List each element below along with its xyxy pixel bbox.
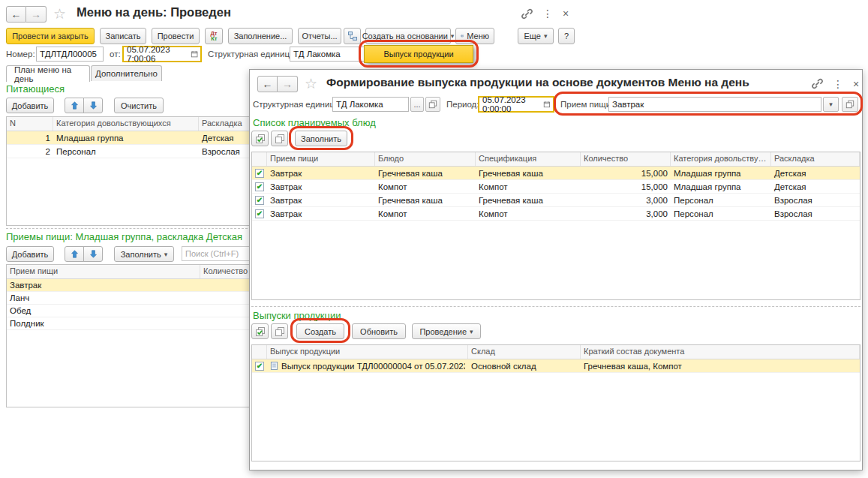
save-button[interactable]: Записать: [100, 28, 146, 44]
col-output-doc[interactable]: Выпуск продукции: [267, 345, 468, 359]
back-button[interactable]: ←: [6, 6, 26, 23]
more-actions-button[interactable]: Еще ▾: [518, 28, 554, 44]
meal-field[interactable]: Завтрак: [608, 97, 821, 112]
col-category[interactable]: Категория довольствующихся: [53, 117, 199, 131]
cell-spec: Гречневая каша: [476, 196, 581, 205]
col-qty[interactable]: Количество: [581, 152, 671, 166]
number-field[interactable]: ТДЛТДЛ00005: [36, 47, 104, 62]
check-all-button[interactable]: [251, 323, 269, 339]
table-row[interactable]: ✔ Завтрак Гречневая каша Гречневая каша …: [252, 167, 860, 180]
period-field-group[interactable]: 05.07.2023 0:00:00: [478, 96, 554, 113]
cell-output-doc[interactable]: Выпуск продукции ТДЛ00000004 от 05.07.20…: [281, 362, 465, 371]
unit-open-button[interactable]: [425, 97, 440, 112]
date-value: 05.07.2023 7:00:06: [127, 45, 191, 63]
dt-kt-postings-button[interactable]: ДтКт: [205, 28, 223, 44]
post-button[interactable]: Провести: [152, 28, 200, 44]
post-and-close-button[interactable]: Провести и закрыть: [6, 28, 95, 44]
col-dish[interactable]: Блюдо: [375, 152, 476, 166]
cell-output-doc-wrap: Выпуск продукции ТДЛ00000004 от 05.07.20…: [267, 361, 468, 371]
open-in-form-icon: [428, 100, 437, 109]
row-checkbox[interactable]: ✔: [252, 182, 267, 191]
col-layout[interactable]: Раскладка: [771, 152, 860, 166]
favorite-star-icon[interactable]: ☆: [305, 77, 317, 92]
more-menu-kebab-icon[interactable]: ⋮: [542, 8, 554, 20]
back-button[interactable]: ←: [257, 76, 278, 92]
unit-field[interactable]: ТД Лакомка: [332, 97, 409, 112]
col-meal[interactable]: Прием пищи: [7, 265, 200, 278]
splitter[interactable]: [6, 228, 248, 229]
check-all-button[interactable]: [251, 131, 269, 146]
uncheck-all-button[interactable]: [271, 131, 288, 146]
eaters-add-button[interactable]: Добавить: [6, 98, 54, 113]
dishes-fill-button[interactable]: Заполнить: [295, 131, 347, 146]
cell-spec: Компот: [476, 209, 581, 218]
create-based-on-button[interactable]: Создать на основании ▾: [365, 28, 451, 44]
more-menu-kebab-icon[interactable]: ⋮: [832, 78, 844, 90]
table-row[interactable]: ✔ Завтрак Компот Компот 15,000 Младшая г…: [252, 180, 860, 194]
eaters-clear-button[interactable]: Очистить: [114, 98, 164, 113]
uncheck-all-button[interactable]: [271, 323, 288, 339]
number-label: Номер:: [6, 47, 35, 62]
cell-meal: Завтрак: [267, 182, 375, 191]
outputs-create-button[interactable]: Создать: [296, 323, 344, 339]
table-row[interactable]: ✔ Завтрак Гречневая каша Гречневая каша …: [252, 194, 860, 207]
tab-additional[interactable]: Дополнительно: [91, 65, 162, 81]
row-checkbox[interactable]: ✔: [252, 169, 267, 178]
meals-move-up-button[interactable]: [65, 246, 84, 262]
row-checkbox[interactable]: ✔: [252, 362, 267, 371]
col-meal[interactable]: Прием пищи: [267, 152, 375, 166]
outputs-posting-button[interactable]: Проведение ▾: [412, 323, 481, 339]
dropdown-arrow-icon: ▾: [470, 328, 473, 335]
help-button[interactable]: ?: [558, 28, 575, 44]
link-icon[interactable]: [811, 77, 824, 90]
reports-button[interactable]: Отчеты...: [298, 28, 341, 44]
fill-menu-button[interactable]: Заполнение...: [228, 28, 293, 44]
meal-dropdown-button[interactable]: ▾: [823, 97, 839, 112]
row-checkbox[interactable]: ✔: [252, 209, 267, 218]
meal-open-button[interactable]: [842, 97, 858, 112]
col-spec[interactable]: Спецификация: [476, 152, 581, 166]
eaters-move-down-button[interactable]: [83, 98, 103, 113]
related-documents-button[interactable]: [344, 28, 361, 44]
outputs-heading: Выпуски продукции: [253, 310, 341, 321]
link-icon[interactable]: [521, 8, 533, 20]
tab-menu-plan[interactable]: План меню на день: [6, 65, 90, 82]
meals-fill-button[interactable]: Заполнить ▾: [114, 246, 174, 262]
favorite-star-icon[interactable]: ☆: [53, 7, 66, 22]
page-title: Формирование выпуска продукции на основе…: [326, 76, 749, 89]
meals-add-button[interactable]: Добавить: [6, 246, 54, 262]
cell-layout: Детская: [771, 182, 860, 191]
menu-print-label: Меню: [467, 32, 489, 41]
close-window-icon[interactable]: ×: [560, 8, 572, 20]
menu-print-button[interactable]: Меню: [455, 28, 494, 44]
outputs-refresh-button[interactable]: Обновить: [352, 323, 406, 339]
menu-item-product-output-label: Выпуск продукции: [383, 50, 453, 59]
splitter[interactable]: [251, 306, 860, 307]
tab-additional-label: Дополнительно: [95, 69, 158, 78]
arrow-up-icon: [71, 101, 79, 110]
row-checkbox[interactable]: ✔: [252, 196, 267, 205]
cell-category: Младшая группа: [671, 169, 771, 178]
col-n[interactable]: N: [7, 117, 53, 131]
document-icon: [270, 361, 278, 371]
arrow-down-icon: [89, 250, 98, 258]
menu-item-product-output[interactable]: Выпуск продукции: [364, 45, 473, 63]
date-field-group[interactable]: 05.07.2023 7:00:06: [122, 46, 202, 62]
calendar-icon[interactable]: [543, 100, 551, 109]
col-summary[interactable]: Краткий состав документа: [581, 345, 860, 359]
col-warehouse[interactable]: Склад: [468, 345, 581, 359]
cell-category: Персонал: [53, 147, 199, 156]
meals-move-down-button[interactable]: [83, 246, 103, 262]
back-arrow-icon: ←: [263, 78, 273, 90]
forward-button[interactable]: →: [26, 6, 47, 23]
save-label: Записать: [105, 32, 140, 41]
table-row[interactable]: ✔ Завтрак Компот Компот 3,000 Персонал В…: [252, 207, 860, 221]
forward-button[interactable]: →: [278, 76, 298, 92]
eaters-move-up-button[interactable]: [65, 98, 84, 113]
back-arrow-icon: ←: [11, 8, 22, 20]
col-category[interactable]: Категория довольствующихся: [671, 152, 771, 166]
table-row[interactable]: ✔ Выпуск продукции ТДЛ00000004 от 05.07.…: [252, 359, 860, 373]
close-window-icon[interactable]: ×: [850, 78, 862, 90]
calendar-icon[interactable]: [191, 50, 198, 59]
unit-choose-button[interactable]: ...: [410, 97, 424, 112]
